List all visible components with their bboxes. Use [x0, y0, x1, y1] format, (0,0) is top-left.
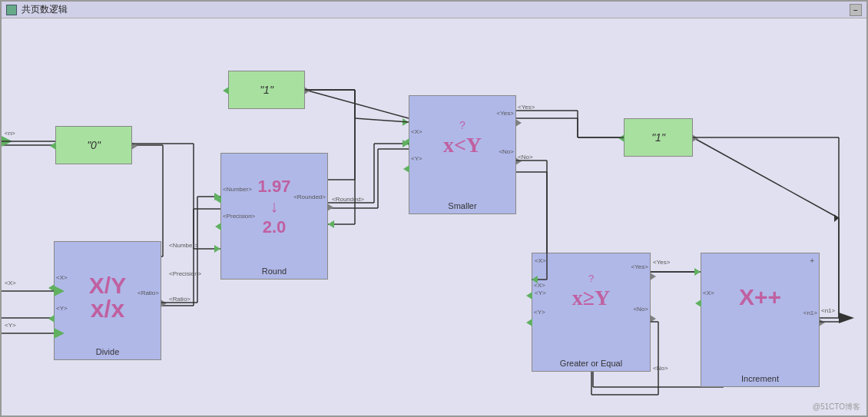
smaller-y-port — [403, 165, 409, 173]
svg-marker-25 — [834, 214, 839, 222]
increment-n1-label: <n1> — [803, 309, 817, 316]
svg-marker-38 — [214, 245, 220, 253]
round-number-label: <Number> — [223, 186, 252, 193]
main-window: 共页数逻辑 − — [0, 0, 868, 417]
round-precision-port — [215, 223, 221, 230]
increment-plus-badge: + — [810, 256, 814, 265]
smaller-no-port — [515, 157, 522, 165]
svg-line-14 — [305, 90, 409, 118]
svg-marker-67 — [694, 268, 701, 276]
round-label: Round — [221, 266, 327, 276]
svg-marker-55 — [403, 118, 409, 126]
greater-equal-block: ? x≥Y Greater or Equal <X> <Y> <Yes> <No… — [532, 253, 651, 372]
divide-x-port — [48, 284, 55, 292]
round-block: 1.97 ↓ 2.0 Round <Number> <Precision> <R… — [220, 153, 328, 280]
increment-x-label: <X> — [703, 290, 714, 296]
increment-label: Increment — [701, 374, 819, 383]
smaller-yes-label: <Yes> — [497, 110, 514, 117]
svg-text:<Precision>: <Precision> — [169, 270, 202, 277]
svg-text:<Number>: <Number> — [169, 242, 198, 249]
svg-text:<Y>: <Y> — [5, 322, 16, 329]
svg-line-56 — [355, 118, 409, 122]
diagram-canvas: "0" "1" "1" x/x X/Y Divide <X> — [2, 18, 866, 415]
one-const-top-block: "1" — [228, 71, 305, 109]
smaller-label: Smaller — [409, 201, 515, 210]
smaller-yes-port — [515, 119, 522, 127]
increment-block: + X++ Increment <X> <n1> — [701, 253, 820, 387]
divide-label: Divide — [55, 347, 161, 356]
svg-text:<Rounded>: <Rounded> — [332, 196, 364, 203]
increment-n1-port — [819, 319, 825, 326]
svg-marker-73 — [839, 313, 854, 323]
zero-const-out-port — [131, 142, 137, 150]
svg-text:<Yes>: <Yes> — [518, 104, 535, 111]
greater-equal-label: Greater or Equal — [532, 359, 650, 368]
one-const-right-block: "1" — [624, 118, 693, 157]
minimize-button[interactable]: − — [850, 4, 862, 16]
svg-marker-29 — [2, 136, 12, 147]
smaller-y-label: <Y> — [411, 155, 422, 162]
one-const-top-in-port — [223, 87, 229, 94]
svg-text:<X>: <X> — [5, 280, 16, 286]
round-number-port — [215, 196, 221, 204]
svg-text:<Yes>: <Yes> — [653, 259, 671, 266]
one-const-top-value: "1" — [260, 84, 273, 96]
zero-const-value: "0" — [87, 139, 101, 151]
smaller-block: ? x<Y Smaller <X> <Y> <Yes> <No> — [409, 95, 516, 214]
ge-no-label: <No> — [633, 306, 648, 313]
smaller-x-label: <X> — [411, 128, 422, 135]
one-const-top-out-port — [304, 87, 310, 94]
round-precision-label: <Precision> — [223, 213, 255, 220]
one-const-right-out-port — [692, 134, 698, 142]
svg-text:<Ratio>: <Ratio> — [169, 296, 190, 303]
one-const-right-in-port — [618, 134, 624, 142]
smaller-x-port — [403, 138, 409, 146]
round-rounded-port — [327, 204, 333, 211]
round-val2: 2.0 — [221, 217, 327, 237]
ge-yes-label: <Yes> — [631, 263, 648, 270]
smaller-no-label: <No> — [499, 148, 514, 155]
divide-y-label: <Y> — [56, 305, 68, 312]
increment-x-port — [695, 300, 701, 307]
divide-block: x/x X/Y Divide <X> <Y> <Ratio> — [54, 241, 161, 360]
divide-x-label: <X> — [56, 274, 68, 281]
svg-line-22 — [693, 137, 839, 218]
ge-no-port — [650, 315, 656, 323]
divide-ratio-label: <Ratio> — [137, 290, 159, 296]
divide-symbol: x/x — [91, 296, 124, 321]
svg-marker-42 — [328, 220, 334, 228]
window-title: 共页数逻辑 — [22, 3, 68, 16]
divide-ratio-port — [161, 300, 167, 307]
one-const-right-value: "1" — [651, 131, 665, 144]
watermark: @51CTO博客 — [813, 402, 860, 412]
svg-text:<No>: <No> — [653, 365, 668, 372]
svg-text:<n1>: <n1> — [821, 307, 836, 314]
zero-const-in-port — [50, 142, 56, 150]
ge-x-port — [526, 292, 532, 300]
divide-y-port — [48, 315, 55, 323]
zero-const-block: "0" — [55, 126, 132, 164]
round-rounded-label: <Rounded> — [293, 194, 326, 200]
svg-text:<n>: <n> — [5, 130, 15, 137]
ge-yes-port — [650, 273, 656, 280]
divide-symbol-display: X/Y — [89, 273, 126, 298]
ge-x-label: <X> — [534, 282, 545, 289]
title-bar: 共页数逻辑 − — [2, 2, 866, 18]
ge-y-port — [526, 319, 532, 326]
title-icon — [6, 5, 17, 15]
ge-y-label: <Y> — [534, 309, 545, 316]
